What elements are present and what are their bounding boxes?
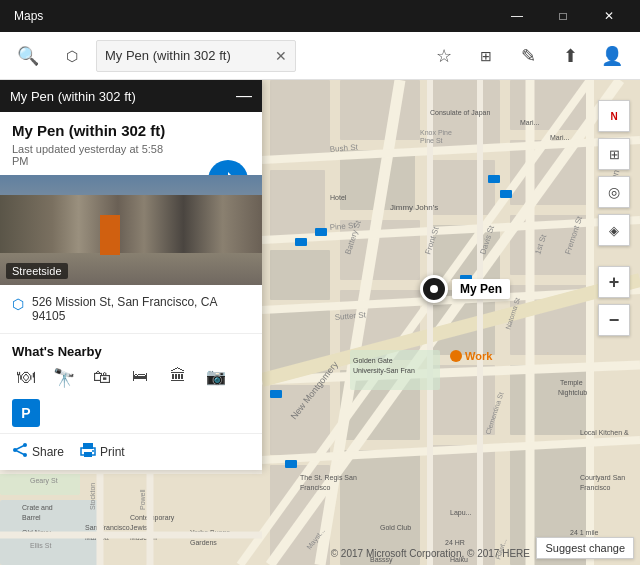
- map-controls: N ⊞ ◎ ◈ + −: [598, 100, 630, 336]
- zoom-out-button[interactable]: −: [598, 304, 630, 336]
- title-bar: Maps — □ ✕: [0, 0, 640, 32]
- nearby-hotels[interactable]: 🛏: [126, 367, 154, 389]
- streetside-image[interactable]: Streetside: [0, 175, 262, 285]
- svg-text:24 HR: 24 HR: [445, 539, 465, 546]
- svg-rect-112: [84, 452, 92, 457]
- suggest-change-button[interactable]: Suggest change: [536, 537, 634, 559]
- nearby-icons: 🍽 🔭 🛍 🛏 🏛 📷 P: [12, 367, 250, 427]
- svg-text:San Francisco: San Francisco: [85, 524, 130, 531]
- layers-button[interactable]: ⊞: [466, 36, 506, 76]
- work-location[interactable]: Work: [450, 350, 492, 362]
- nearby-title: What's Nearby: [12, 344, 250, 359]
- close-button[interactable]: ✕: [586, 0, 632, 32]
- svg-text:Geary St: Geary St: [30, 477, 58, 485]
- nearby-banks[interactable]: 🏛: [164, 367, 192, 389]
- app-title: Maps: [14, 9, 43, 23]
- svg-line-109: [15, 450, 25, 455]
- location-panel: My Pen (within 302 ft) — My Pen (within …: [0, 80, 262, 470]
- svg-text:Consulate of Japan: Consulate of Japan: [430, 109, 490, 117]
- minimize-button[interactable]: —: [494, 0, 540, 32]
- svg-text:Local Kitchen &: Local Kitchen &: [580, 429, 629, 436]
- svg-rect-46: [285, 460, 297, 468]
- svg-text:Barrel: Barrel: [22, 514, 41, 521]
- share-top-button[interactable]: ⬆: [550, 36, 590, 76]
- nearby-cameras[interactable]: 📷: [202, 367, 230, 389]
- share-label: Share: [32, 445, 64, 459]
- nearby-restaurants[interactable]: 🍽: [12, 367, 40, 389]
- app-bar-right: ☆ ⊞ ✎ ⬆ 👤: [424, 36, 632, 76]
- svg-rect-41: [295, 238, 307, 246]
- svg-text:Temple: Temple: [560, 379, 583, 387]
- map-pin[interactable]: My Pen: [420, 275, 510, 303]
- address-text: 526 Mission St, San Francisco, CA 94105: [32, 295, 250, 323]
- map-area[interactable]: Bush St Pine St Sutter St Battery St Fro…: [0, 80, 640, 565]
- nearby-section: What's Nearby 🍽 🔭 🛍 🛏 🏛 📷: [0, 334, 262, 433]
- share-button[interactable]: Share: [12, 442, 64, 462]
- address-section: ⬡ 526 Mission St, San Francisco, CA 9410…: [0, 285, 262, 334]
- app-bar-left: 🔍 ⬡ My Pen (within 302 ft) ✕: [8, 36, 296, 76]
- layers-map-button[interactable]: ◈: [598, 214, 630, 246]
- search-clear-button[interactable]: ✕: [275, 48, 287, 64]
- pin-icon: [420, 275, 448, 303]
- zoom-in-button[interactable]: +: [598, 266, 630, 298]
- print-label: Print: [100, 445, 125, 459]
- svg-rect-43: [488, 175, 500, 183]
- grid-view-button[interactable]: ⊞: [598, 138, 630, 170]
- location-button[interactable]: ◎: [598, 176, 630, 208]
- svg-rect-45: [270, 390, 282, 398]
- svg-text:Stockton: Stockton: [89, 483, 96, 510]
- pen-button[interactable]: ✎: [508, 36, 548, 76]
- svg-text:Gold Club: Gold Club: [380, 524, 411, 531]
- search-button[interactable]: 🔍: [8, 36, 48, 76]
- svg-rect-9: [270, 250, 330, 300]
- svg-text:Jimmy John's: Jimmy John's: [390, 203, 438, 212]
- svg-line-108: [15, 445, 25, 450]
- work-dot: [450, 350, 462, 362]
- svg-text:Courtyard San: Courtyard San: [580, 474, 625, 482]
- svg-rect-1: [270, 80, 330, 160]
- map-icon-button[interactable]: ⬡: [52, 36, 92, 76]
- svg-rect-23: [430, 445, 495, 565]
- account-button[interactable]: 👤: [592, 36, 632, 76]
- search-query: My Pen (within 302 ft): [105, 48, 231, 63]
- svg-text:Mari...: Mari...: [520, 119, 540, 126]
- svg-text:24 1 mile: 24 1 mile: [570, 529, 599, 536]
- svg-text:Nightclub: Nightclub: [558, 389, 587, 397]
- compass-button[interactable]: N: [598, 100, 630, 132]
- svg-text:Gardens: Gardens: [190, 539, 217, 546]
- svg-text:Hotel: Hotel: [330, 194, 347, 201]
- streetside-label: Streetside: [6, 263, 68, 279]
- print-icon: [80, 442, 96, 462]
- search-box[interactable]: My Pen (within 302 ft) ✕: [96, 40, 296, 72]
- favorites-button[interactable]: ☆: [424, 36, 464, 76]
- share-icon: [12, 442, 28, 462]
- nearby-parking[interactable]: P: [12, 399, 40, 427]
- svg-rect-42: [315, 228, 327, 236]
- svg-rect-20: [510, 365, 590, 435]
- maximize-button[interactable]: □: [540, 0, 586, 32]
- svg-text:Knox Pine: Knox Pine: [420, 129, 452, 136]
- print-button[interactable]: Print: [80, 442, 125, 462]
- svg-text:Francisco: Francisco: [580, 484, 610, 491]
- svg-rect-7: [430, 160, 495, 215]
- svg-text:Francisco: Francisco: [300, 484, 330, 491]
- work-label-text: Work: [465, 350, 492, 362]
- pin-dot: [430, 285, 438, 293]
- svg-text:Golden Gate: Golden Gate: [353, 357, 393, 364]
- svg-text:Powell: Powell: [139, 489, 146, 510]
- nearby-shopping[interactable]: 🛍: [88, 367, 116, 389]
- svg-text:The St. Regis San: The St. Regis San: [300, 474, 357, 482]
- svg-rect-2: [340, 80, 420, 140]
- svg-text:University-San Fran: University-San Fran: [353, 367, 415, 375]
- svg-text:Lapu...: Lapu...: [450, 509, 471, 517]
- pin-label: My Pen: [452, 279, 510, 299]
- map-copyright: © 2017 Microsoft Corporation, © 2017 HER…: [331, 548, 530, 559]
- svg-text:Crate and: Crate and: [22, 504, 53, 511]
- svg-text:Mari...: Mari...: [550, 134, 570, 141]
- nearby-sightseeing[interactable]: 🔭: [50, 367, 78, 389]
- panel-header-title: My Pen (within 302 ft): [10, 89, 136, 104]
- location-name: My Pen (within 302 ft): [0, 112, 192, 143]
- svg-text:Ellis St: Ellis St: [30, 542, 51, 549]
- panel-header: My Pen (within 302 ft) —: [0, 80, 262, 112]
- panel-minimize-button[interactable]: —: [236, 88, 252, 104]
